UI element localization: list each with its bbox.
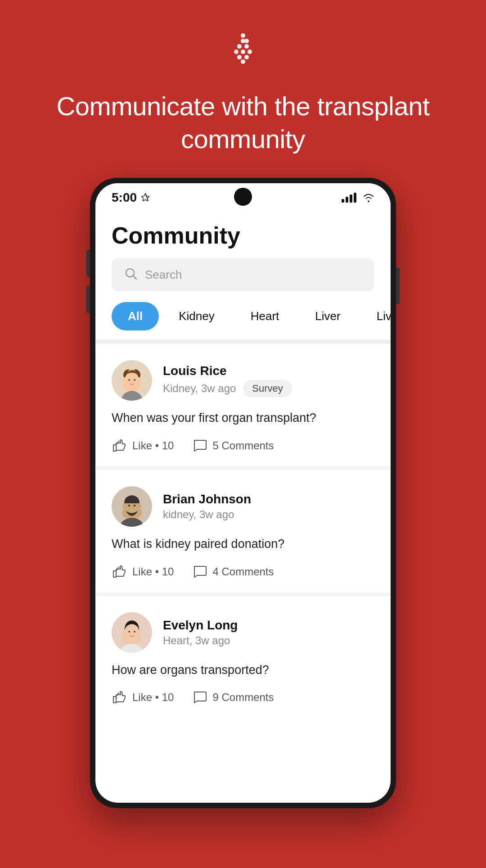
post-meta: Louis Rice Kidney, 3w ago Survey [163, 364, 374, 397]
comment-count: 4 Comments [212, 565, 274, 578]
app-logo [225, 27, 261, 72]
like-count: Like • 10 [132, 691, 174, 704]
svg-point-17 [134, 379, 135, 381]
filter-tab-heart[interactable]: Heart [234, 302, 296, 330]
svg-point-10 [244, 39, 249, 43]
svg-point-18 [123, 377, 126, 383]
svg-point-26 [138, 503, 141, 509]
svg-point-4 [241, 50, 245, 54]
comment-button[interactable]: 5 Comments [192, 438, 274, 454]
svg-point-24 [134, 505, 135, 506]
comment-count: 5 Comments [212, 439, 274, 452]
like-count: Like • 10 [132, 565, 174, 578]
svg-line-12 [133, 276, 136, 279]
post-actions: Like • 10 5 Comments [112, 438, 374, 454]
section-divider [95, 339, 391, 344]
post-subtitle: Heart, 3w ago [163, 634, 230, 647]
post-item[interactable]: Evelyn Long Heart, 3w ago How are organs… [95, 596, 391, 719]
svg-point-6 [237, 44, 242, 49]
svg-point-33 [138, 629, 141, 634]
avatar [112, 612, 152, 653]
like-count: Like • 10 [132, 439, 174, 452]
search-icon [124, 267, 138, 282]
search-bar[interactable]: Search [112, 258, 374, 291]
status-icons [342, 193, 374, 203]
post-meta: Brian Johnson kidney, 3w ago [163, 492, 374, 521]
svg-point-19 [137, 377, 141, 383]
svg-point-16 [128, 379, 130, 381]
post-content: When was your first organ transplant? [112, 410, 374, 427]
svg-point-5 [248, 50, 252, 54]
svg-point-25 [122, 503, 126, 509]
signal-icon [342, 193, 356, 203]
post-author: Evelyn Long [163, 618, 374, 633]
svg-point-2 [244, 55, 249, 59]
svg-point-0 [241, 59, 245, 64]
svg-point-32 [123, 629, 126, 634]
post-subtitle: kidney, 3w ago [163, 508, 234, 521]
camera-notch [234, 188, 252, 206]
svg-point-1 [237, 55, 242, 59]
post-actions: Like • 10 4 Comments [112, 564, 374, 580]
svg-point-9 [241, 33, 245, 38]
post-divider [95, 466, 391, 470]
comment-button[interactable]: 4 Comments [192, 564, 274, 580]
post-meta: Evelyn Long Heart, 3w ago [163, 618, 374, 647]
avatar [112, 486, 152, 527]
comment-button[interactable]: 9 Comments [192, 689, 274, 705]
post-item[interactable]: Brian Johnson kidney, 3w ago What is kid… [95, 470, 391, 592]
like-button[interactable]: Like • 10 [112, 438, 174, 454]
post-content: How are organs transported? [112, 662, 374, 679]
svg-point-30 [128, 631, 130, 633]
post-author: Brian Johnson [163, 492, 374, 506]
wifi-icon [363, 193, 374, 202]
status-bar: 5:00 [95, 183, 391, 208]
filter-tab-all[interactable]: All [112, 302, 159, 330]
post-author: Louis Rice [163, 364, 374, 378]
search-placeholder: Search [145, 268, 182, 282]
avatar [112, 360, 152, 401]
posts-list: Louis Rice Kidney, 3w ago Survey When wa… [95, 344, 391, 803]
post-divider [95, 592, 391, 596]
svg-point-23 [128, 505, 130, 506]
post-subtitle: Kidney, 3w ago [163, 382, 236, 395]
phone-mockup: 5:00 [90, 178, 396, 808]
app-tagline: Communicate with the transplant communit… [0, 90, 486, 155]
like-button[interactable]: Like • 10 [112, 689, 174, 705]
svg-point-31 [134, 631, 135, 633]
post-item[interactable]: Louis Rice Kidney, 3w ago Survey When wa… [95, 344, 391, 466]
filter-tab-liver[interactable]: Liver [299, 302, 356, 330]
filter-tab-kidney[interactable]: Kidney [162, 302, 231, 330]
post-content: What is kidney paired donation? [112, 536, 374, 553]
filter-tab-live[interactable]: Live [360, 302, 391, 330]
status-time: 5:00 [112, 190, 150, 205]
page-title: Community [95, 208, 391, 258]
post-actions: Like • 10 9 Comments [112, 689, 374, 705]
like-button[interactable]: Like • 10 [112, 564, 174, 580]
filter-tabs: All Kidney Heart Liver Live [95, 302, 391, 339]
svg-point-3 [234, 50, 238, 54]
svg-point-7 [244, 44, 249, 49]
post-tag: Survey [243, 380, 292, 397]
app-content: Community Search All Kidney Heart Liver … [95, 208, 391, 803]
comment-count: 9 Comments [212, 691, 274, 704]
